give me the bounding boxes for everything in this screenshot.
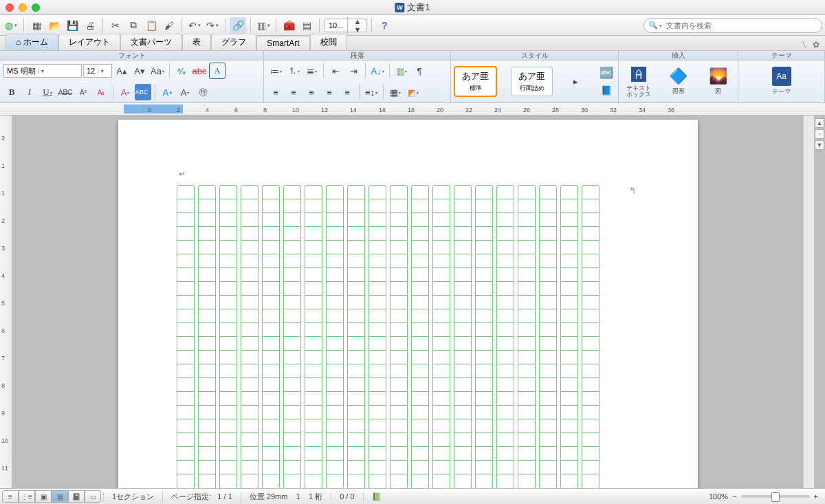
- subscript-button[interactable]: A₂: [93, 84, 109, 100]
- open-template-button[interactable]: ▦: [28, 17, 45, 34]
- settings-gear-icon[interactable]: ✿: [813, 40, 820, 50]
- view-print-layout-button[interactable]: ▤: [52, 490, 68, 503]
- highlight-button[interactable]: ABC: [135, 84, 151, 100]
- italic-button[interactable]: I: [21, 84, 38, 100]
- numbering-button[interactable]: ⒈: [285, 63, 302, 79]
- group-font: MS 明朝▼ 12▼ A▴ A▾ Aa ᵃ⁄ₐ abc A B I U ABC …: [0, 61, 264, 102]
- search-field[interactable]: 🔍: [644, 18, 822, 33]
- enclose-characters-button[interactable]: ㊕: [195, 84, 211, 100]
- increase-indent-button[interactable]: ⇥: [345, 63, 362, 79]
- quick-styles-button[interactable]: 🔤: [598, 65, 615, 81]
- vertical-ruler[interactable]: 21123456789101112: [0, 116, 12, 488]
- collapse-ribbon-button[interactable]: ㄟ: [800, 39, 808, 50]
- status-wordcount[interactable]: 0 / 0: [331, 492, 362, 501]
- status-section[interactable]: 1セクション: [103, 492, 162, 502]
- styles-pane-button[interactable]: 📘: [598, 83, 615, 99]
- search-input[interactable]: [666, 21, 822, 30]
- zoom-in-button[interactable]: +: [814, 492, 818, 501]
- justify-button[interactable]: ≡: [321, 84, 338, 100]
- copy-button[interactable]: ⧉: [125, 17, 142, 34]
- underline-button[interactable]: U: [39, 84, 56, 100]
- new-document-button[interactable]: ◍: [3, 17, 19, 34]
- status-page[interactable]: ページ指定: 1 / 1: [162, 492, 241, 502]
- decrease-indent-button[interactable]: ⇤: [327, 63, 344, 79]
- character-shading-button[interactable]: A: [177, 84, 193, 100]
- text-effects-button[interactable]: A: [159, 84, 175, 100]
- status-spellcheck[interactable]: 📗: [363, 492, 390, 501]
- link-button[interactable]: 🔗: [230, 17, 246, 34]
- close-window-button[interactable]: [6, 3, 14, 12]
- zoom-stepper[interactable]: ▲▼: [347, 17, 366, 34]
- show-marks-button[interactable]: ¶: [411, 63, 428, 79]
- canvas[interactable]: ↵ ↰: [12, 116, 803, 488]
- tab-layout[interactable]: レイアウト: [58, 34, 120, 50]
- bullets-button[interactable]: ≔: [267, 63, 284, 79]
- maximize-window-button[interactable]: [32, 3, 40, 12]
- minimize-window-button[interactable]: [19, 3, 27, 12]
- shading-button[interactable]: ◩: [405, 84, 421, 100]
- grow-font-button[interactable]: A▴: [113, 63, 130, 79]
- themes-button[interactable]: Aa テーマ: [765, 67, 798, 96]
- style-normal[interactable]: あア亜 標準: [454, 67, 496, 96]
- distribute-button[interactable]: ≡: [339, 84, 355, 100]
- save-button[interactable]: 💾: [64, 17, 80, 34]
- shrink-font-button[interactable]: A▾: [131, 63, 148, 79]
- undo-button[interactable]: ↶: [186, 17, 203, 34]
- sort-button[interactable]: A↓: [369, 63, 386, 79]
- redo-button[interactable]: ↷: [204, 17, 221, 34]
- align-left-button[interactable]: ≡: [267, 84, 284, 100]
- print-button[interactable]: 🖨: [82, 17, 98, 34]
- change-case-button[interactable]: Aa: [149, 63, 166, 79]
- toolbox-button[interactable]: 🧰: [280, 17, 297, 34]
- textbox-button[interactable]: 🅰 テキスト ボックス: [622, 66, 655, 98]
- nav-select-button[interactable]: ◦: [815, 129, 824, 139]
- style-no-spacing[interactable]: あア亜 行間詰め: [511, 67, 553, 96]
- clear-format-button[interactable]: abc: [191, 63, 208, 79]
- zoom-slider[interactable]: [741, 495, 810, 498]
- nav-down-button[interactable]: ▼: [815, 140, 824, 150]
- format-painter-button[interactable]: 🖌: [161, 17, 177, 34]
- horizontal-ruler[interactable]: 224681012141618202224262830323436: [0, 103, 825, 116]
- tab-chart[interactable]: グラフ: [211, 34, 256, 50]
- view-draft-button[interactable]: ≡: [2, 490, 19, 503]
- view-outline-button[interactable]: ⋮≡: [19, 490, 35, 503]
- tab-smartart[interactable]: SmartArt: [256, 36, 309, 50]
- page[interactable]: ↵ ↰: [118, 120, 698, 488]
- zoom-combo[interactable]: 10... ▲▼: [324, 19, 367, 32]
- view-notebook-button[interactable]: 📓: [68, 490, 85, 503]
- tab-parts[interactable]: 文書パーツ: [120, 34, 182, 50]
- paste-button[interactable]: 📋: [143, 17, 160, 34]
- phonetic-guide-button[interactable]: ᵃ⁄ₐ: [173, 63, 190, 79]
- line-spacing-button[interactable]: ≡↕: [363, 84, 380, 100]
- character-border-button[interactable]: A: [209, 63, 226, 79]
- cut-button[interactable]: ✂: [107, 17, 124, 34]
- shapes-button[interactable]: 🔷 図形: [662, 67, 695, 96]
- borders-button[interactable]: ▦: [387, 84, 404, 100]
- open-button[interactable]: 📂: [46, 17, 63, 34]
- font-color-button[interactable]: A: [117, 84, 133, 100]
- font-name-combo[interactable]: MS 明朝▼: [3, 64, 82, 78]
- vertical-scrollbar[interactable]: [803, 116, 814, 488]
- help-button[interactable]: ?: [376, 17, 393, 34]
- tab-home[interactable]: ホーム: [6, 34, 58, 50]
- tab-review[interactable]: 校閲: [310, 34, 347, 50]
- font-size-combo[interactable]: 12▼: [83, 64, 112, 78]
- align-right-button[interactable]: ≡: [303, 84, 320, 100]
- align-center-button[interactable]: ≡: [285, 84, 302, 100]
- gallery-button[interactable]: ▤: [298, 17, 315, 34]
- zoom-out-button[interactable]: −: [732, 492, 736, 501]
- strikethrough-button[interactable]: ABC: [57, 84, 74, 100]
- picture-button[interactable]: 🌄 図: [701, 67, 734, 96]
- view-publish-button[interactable]: ▣: [35, 490, 52, 503]
- nav-up-button[interactable]: ▲: [815, 118, 824, 128]
- view-fullscreen-button[interactable]: ▭: [85, 490, 101, 503]
- tab-table[interactable]: 表: [182, 34, 211, 50]
- styles-gallery-more-button[interactable]: ▸: [567, 74, 584, 90]
- sidebar-toggle-button[interactable]: ▥: [255, 17, 272, 34]
- multilevel-list-button[interactable]: ≣: [303, 63, 320, 79]
- superscript-button[interactable]: A²: [75, 84, 91, 100]
- columns-button[interactable]: ▥: [393, 63, 410, 79]
- zoom-percent[interactable]: 100%: [709, 492, 728, 501]
- status-position[interactable]: 位置 29mm 1 1 桁: [241, 492, 331, 502]
- bold-button[interactable]: B: [3, 84, 20, 100]
